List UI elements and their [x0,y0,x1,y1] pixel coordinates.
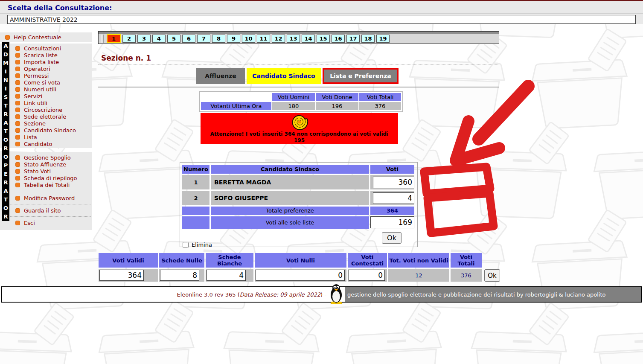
summary-input-cell [159,269,204,282]
warning-text: Attenzione! I voti inseriti 364 non corr… [210,131,389,137]
sidebar-item-stato-affluenze[interactable]: Stato Affluenze [0,161,92,168]
section-tab-11[interactable]: 11 [257,35,270,43]
totale-empty-cell [182,207,209,215]
sidebar-item-servizi[interactable]: Servizi [0,93,92,99]
sidebar-admin-group: ConsultazioniScarica listeImporta listeO… [0,44,92,148]
sidebar-item-guarda-il-sito[interactable]: Guarda il sito [0,207,92,214]
candidate-votes-input[interactable] [373,192,414,204]
sidebar-item-label: Permessi [24,73,49,79]
turnout-table: Voti UominiVoti DonneVoti TotaliVotanti … [199,91,403,112]
section-tab-19[interactable]: 19 [376,35,390,43]
sidebar-item-link-utili[interactable]: Link utili [0,99,92,106]
sidebar-item-lista[interactable]: Lista [0,134,92,140]
sidebar-item-candidato-sindaco[interactable]: Candidato Sindaco [0,127,92,134]
section-tab-6[interactable]: 6 [182,35,195,43]
sidebar-item-scheda-di-riepilogo[interactable]: Scheda di riepilogo [0,175,92,181]
sidebar-item-permessi[interactable]: Permessi [0,72,92,79]
sidebar-item-sezione[interactable]: Sezione [0,120,92,127]
summary-input-voti-nulli[interactable] [256,270,345,281]
footer-credits: gestione dello spoglio elettorale e pubb… [345,287,641,302]
summary-input-schede-nulle[interactable] [160,270,199,281]
consultation-header: Scelta della Consultazione: [0,0,643,24]
section-tab-4[interactable]: 4 [152,35,166,43]
turnout-spacer [201,93,271,101]
section-tab-8[interactable]: 8 [212,35,225,43]
summary-header: Tot. Voti non Validi [388,253,449,268]
candidates-column-header: Voti [370,165,414,174]
sidebar-item-circoscrizione[interactable]: Circoscrizione [0,106,92,113]
summary-static-value: 376 [451,269,482,282]
sidebar-item-modifica-password[interactable]: Modifica Password [0,195,92,201]
menu-bullet-icon [15,80,20,85]
elimina-label: Elimina [192,242,212,248]
summary-static-value: 12 [388,269,449,282]
section-tab-5[interactable]: 5 [167,35,180,43]
summary-input-cell [206,269,253,282]
turnout-value: 180 [272,102,315,110]
footer-separator: ) - [320,291,328,298]
summary-input-voti-validi[interactable] [99,270,144,281]
section-tab-18[interactable]: 18 [361,35,375,43]
section-tab-7[interactable]: 7 [197,35,210,43]
sidebar-item-stato-voti[interactable]: Stato Voti [0,168,92,175]
summary-header: Schede Nulle [159,253,204,268]
section-tab-15[interactable]: 15 [317,35,330,43]
vertical-banner-letter: R [2,178,9,187]
sidebar-item-help-contestuale[interactable]: Help Contestuale [0,32,92,42]
sidebar-item-label: Servizi [24,93,42,99]
summary-ok-button[interactable]: Ok [484,269,500,282]
menu-bullet-icon [15,135,20,140]
sidebar-item-label: Numeri utili [24,86,56,93]
section-tab-14[interactable]: 14 [302,35,315,43]
sidebar-item-label: Scarica liste [24,52,58,58]
menu-bullet-icon [15,221,20,225]
consultation-input[interactable] [7,15,636,24]
sidebar-item-importa-liste[interactable]: Importa liste [0,58,92,65]
sidebar-item-consultazioni[interactable]: Consultazioni [0,45,92,52]
sidebar-item-sede-elettorale[interactable]: Sede elettorale [0,113,92,120]
tab-lista-e-preferenza[interactable]: Lista e Preferenza [323,68,399,84]
tab-candidato-sindaco[interactable]: Candidato Sindaco [247,68,321,84]
sidebar-item-come-si-vota[interactable]: Come si vota [0,79,92,86]
candidate-votes-input[interactable] [373,177,414,188]
summary-input-schede-bianche[interactable] [207,270,246,281]
elimina-checkbox[interactable] [183,242,189,248]
section-tab-13[interactable]: 13 [287,35,300,43]
sidebar-item-label: Help Contestuale [14,34,61,41]
sidebar-item-label: Candidato [24,141,52,147]
summary-input-voti-contestati[interactable] [349,270,385,281]
sidebar: Help Contestuale ConsultazioniScarica li… [0,32,92,230]
section-tab-16[interactable]: 16 [332,35,345,43]
menu-bullet-icon [15,176,20,181]
section-tab-3[interactable]: 3 [137,35,151,43]
vertical-banner-letter: E [2,170,9,178]
sidebar-item-operatori[interactable]: Operatori [0,65,92,72]
sidebar-item-scarica-liste[interactable]: Scarica liste [0,52,92,58]
sidebar-item-candidato[interactable]: Candidato [0,140,92,147]
sidebar-item-gestione-spoglio[interactable]: Gestione Spoglio [0,154,92,161]
voti-sole-liste-input[interactable] [370,216,414,228]
section-tab-2[interactable]: 2 [122,35,136,43]
sole-liste-empty-cell [182,216,209,229]
section-tab-1[interactable]: 1 [107,34,121,43]
sidebar-item-esci[interactable]: Esci [0,219,92,226]
menu-bullet-icon [15,162,20,167]
section-tab-9[interactable]: 9 [227,35,240,43]
candidates-ok-row: Ok [182,230,414,245]
tux-penguin-icon [328,287,345,302]
sidebar-operator-group: Gestione SpoglioStato AffluenzeStato Vot… [0,152,92,230]
vertical-banner-letter: R [2,144,9,153]
vertical-banner-letter: N [2,76,9,84]
summary-header: Schede Bianche [206,253,253,268]
sidebar-item-numeri-utili[interactable]: Numeri utili [0,86,92,93]
main-content: 12345678910111213141516171819 Sezione n.… [98,30,501,286]
sidebar-item-tabella-dei-totali[interactable]: Tabella dei Totali [0,181,92,188]
candidates-column-header: Candidato Sindaco [211,165,369,174]
consultation-label: Scelta della Consultazione: [8,4,112,12]
tab-affluenze[interactable]: Affluenze [196,68,245,84]
section-tab-12[interactable]: 12 [272,35,285,43]
candidates-ok-button[interactable]: Ok [382,232,402,244]
section-tab-17[interactable]: 17 [346,35,360,43]
section-tab-10[interactable]: 10 [242,35,255,43]
tabstrip-grip-handle[interactable] [102,35,104,43]
